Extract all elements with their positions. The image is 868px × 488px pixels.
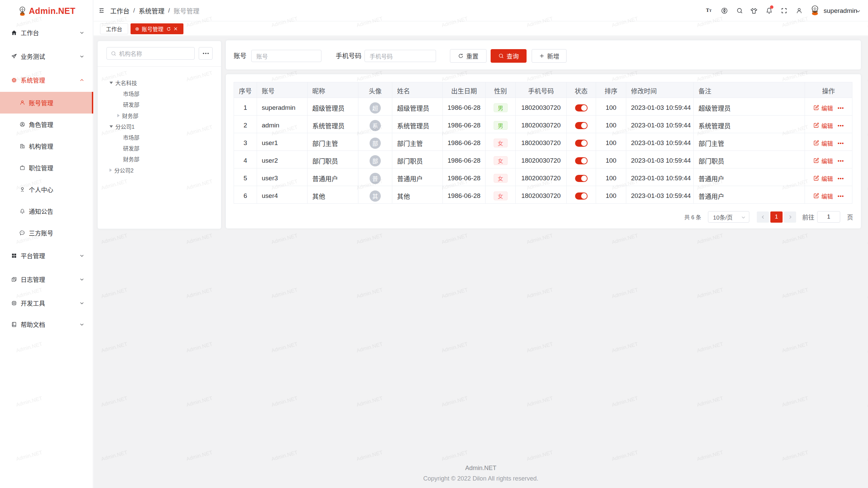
svg-text:T: T <box>709 9 712 13</box>
svg-text:T: T <box>706 8 709 13</box>
